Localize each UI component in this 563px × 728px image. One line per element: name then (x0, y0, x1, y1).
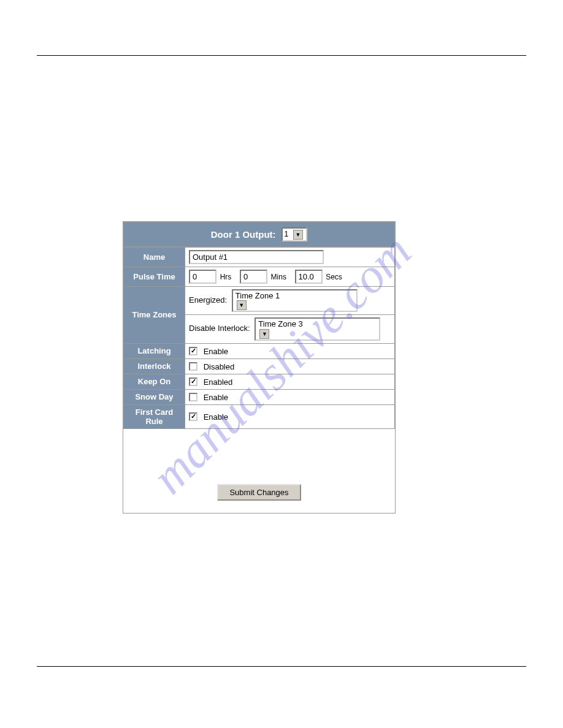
submit-area: Submit Changes (123, 429, 395, 513)
name-row: Name Output #1 (124, 247, 395, 267)
hrs-input[interactable]: 0 (189, 270, 216, 284)
submit-button[interactable]: Submit Changes (217, 484, 301, 501)
chevron-down-icon: ▼ (237, 300, 247, 310)
latching-label: Latching (124, 343, 185, 358)
disable-interlock-select-value: Time Zone 3 (258, 319, 366, 328)
latching-checkbox[interactable] (189, 347, 197, 355)
bottom-rule (37, 666, 526, 667)
disable-interlock-select[interactable]: Time Zone 3 ▼ (255, 317, 380, 341)
form-wrapper: Door 1 Output: 1 ▼ Name Output #1 Pulse … (123, 221, 396, 514)
interlock-label: Interlock (124, 358, 185, 374)
hrs-unit: Hrs (220, 273, 232, 281)
snow-day-checkbox[interactable] (189, 393, 197, 401)
first-card-rule-label: First Card Rule (124, 404, 185, 428)
time-zones-row: Time Zones Energized: Time Zone 1 ▼ Disa… (124, 286, 395, 343)
time-zones-label: Time Zones (124, 286, 185, 343)
chevron-down-icon: ▼ (293, 230, 303, 240)
snow-day-row: Snow Day Enable (124, 389, 395, 404)
form-table: Name Output #1 Pulse Time 0 Hrs 0 Mins 1… (123, 247, 395, 429)
interlock-text: Disabled (204, 362, 235, 371)
latching-row: Latching Enable (124, 343, 395, 358)
interlock-row: Interlock Disabled (124, 358, 395, 374)
latching-text: Enable (204, 347, 228, 356)
secs-input[interactable]: 10.0 (295, 270, 323, 284)
energized-label: Energized: (189, 295, 227, 305)
snow-day-label: Snow Day (124, 389, 185, 404)
mins-unit: Mins (271, 273, 286, 281)
first-card-rule-row: First Card Rule Enable (124, 404, 395, 428)
keep-on-row: Keep On Enabled (124, 374, 395, 389)
form-header: Door 1 Output: 1 ▼ (123, 222, 395, 247)
disable-interlock-label: Disable Interlock: (189, 324, 250, 333)
name-input[interactable]: Output #1 (189, 250, 324, 264)
keep-on-text: Enabled (204, 377, 233, 387)
interlock-checkbox[interactable] (189, 362, 197, 371)
first-card-rule-checkbox[interactable] (189, 412, 197, 421)
output-select-value: 1 (284, 229, 288, 238)
pulse-time-label: Pulse Time (124, 267, 185, 286)
top-rule (37, 55, 526, 56)
chevron-down-icon: ▼ (259, 329, 269, 339)
energized-select[interactable]: Time Zone 1 ▼ (232, 289, 358, 313)
page-container: Door 1 Output: 1 ▼ Name Output #1 Pulse … (0, 0, 563, 569)
energized-select-value: Time Zone 1 (236, 291, 343, 300)
secs-unit: Secs (326, 273, 342, 281)
output-select[interactable]: 1 ▼ (282, 227, 307, 241)
first-card-rule-text: Enable (204, 412, 228, 422)
keep-on-label: Keep On (124, 374, 185, 389)
mins-input[interactable]: 0 (240, 270, 267, 284)
snow-day-text: Enable (204, 393, 228, 402)
keep-on-checkbox[interactable] (189, 377, 197, 386)
header-title: Door 1 Output: (211, 229, 276, 240)
name-label: Name (124, 247, 185, 267)
pulse-time-row: Pulse Time 0 Hrs 0 Mins 10.0 Secs (124, 267, 395, 286)
